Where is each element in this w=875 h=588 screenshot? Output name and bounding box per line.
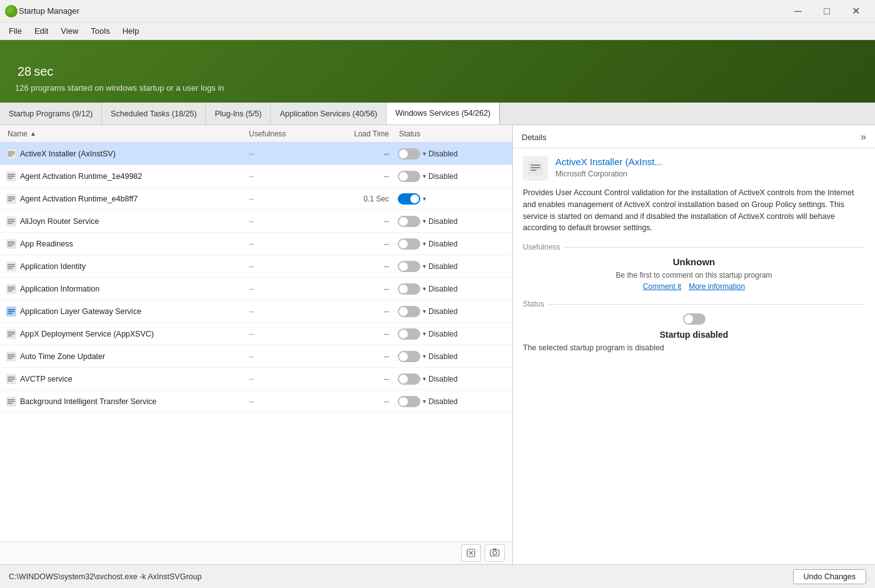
row-toggle[interactable] bbox=[398, 306, 420, 317]
toggle-arrow-icon[interactable]: ▾ bbox=[423, 398, 426, 405]
table-row[interactable]: ActiveX Installer (AxInstSV) -- -- ▾ Dis… bbox=[0, 143, 512, 165]
status-path: C:\WINDOWS\system32\svchost.exe -k AxIns… bbox=[9, 572, 201, 581]
toggle-arrow-icon[interactable]: ▾ bbox=[423, 195, 426, 202]
table-row[interactable]: Background Intelligent Transfer Service … bbox=[0, 390, 512, 413]
close-button[interactable]: ✕ bbox=[841, 0, 870, 23]
svg-rect-1 bbox=[8, 151, 15, 153]
table-row[interactable]: Application Layer Gateway Service -- -- … bbox=[0, 300, 512, 323]
table-row[interactable]: Agent Activation Runtime_e4b8ff7 -- 0.1 … bbox=[0, 188, 512, 210]
tab-startup-programs[interactable]: Startup Programs (9/12) bbox=[0, 103, 102, 124]
col-usefulness-header[interactable]: Usefulness bbox=[244, 129, 325, 138]
row-name: Agent Activation Runtime_1e49982 bbox=[20, 172, 244, 181]
details-content: ActiveX Installer (AxInst... Microsoft C… bbox=[513, 148, 875, 564]
row-toggle[interactable] bbox=[398, 193, 420, 205]
svg-rect-14 bbox=[8, 221, 15, 222]
row-loadtime: -- bbox=[325, 240, 394, 248]
row-action-btn-2[interactable] bbox=[485, 544, 505, 562]
comment-link[interactable]: Comment it bbox=[643, 282, 681, 291]
svg-rect-15 bbox=[8, 223, 13, 224]
row-toggle[interactable] bbox=[398, 373, 420, 385]
table-row[interactable]: Auto Time Zone Updater -- -- ▾ Disabled bbox=[0, 345, 512, 368]
table-row[interactable]: App Readiness -- -- ▾ Disabled bbox=[0, 233, 512, 255]
svg-rect-2 bbox=[8, 153, 15, 155]
toggle-arrow-icon[interactable]: ▾ bbox=[423, 285, 426, 292]
row-app-icon bbox=[3, 393, 20, 410]
row-name: Background Intelligent Transfer Service bbox=[20, 397, 244, 406]
svg-point-50 bbox=[493, 551, 497, 555]
svg-rect-17 bbox=[8, 241, 15, 243]
details-status-toggle[interactable] bbox=[683, 313, 706, 325]
row-usefulness: -- bbox=[244, 195, 325, 203]
row-toggle[interactable] bbox=[398, 328, 420, 340]
details-description: Provides User Account Control validation… bbox=[523, 187, 865, 234]
col-status-header[interactable]: Status bbox=[394, 129, 469, 138]
toggle-arrow-icon[interactable]: ▾ bbox=[423, 375, 426, 382]
row-toggle[interactable] bbox=[398, 216, 420, 227]
menu-edit[interactable]: Edit bbox=[28, 24, 54, 38]
tab-windows-services[interactable]: Windows Services (54/262) bbox=[387, 103, 500, 124]
row-toggle[interactable] bbox=[398, 351, 420, 362]
rows-container[interactable]: ActiveX Installer (AxInstSV) -- -- ▾ Dis… bbox=[0, 143, 512, 541]
row-toggle[interactable] bbox=[398, 396, 420, 407]
table-row[interactable]: Application Identity -- -- ▾ Disabled bbox=[0, 255, 512, 278]
toggle-arrow-icon[interactable]: ▾ bbox=[423, 173, 426, 180]
tab-plugins[interactable]: Plug-Ins (5/5) bbox=[206, 103, 271, 124]
menu-file[interactable]: File bbox=[3, 24, 28, 38]
maximize-button[interactable]: □ bbox=[812, 0, 841, 23]
row-status: ▾ bbox=[394, 193, 494, 205]
row-status: ▾ Disabled bbox=[394, 306, 494, 317]
table-row[interactable]: AppX Deployment Service (AppXSVC) -- -- … bbox=[0, 323, 512, 345]
row-status: ▾ Disabled bbox=[394, 351, 494, 362]
row-loadtime: -- bbox=[325, 330, 394, 338]
tab-scheduled-tasks[interactable]: Scheduled Tasks (18/25) bbox=[102, 103, 206, 124]
svg-rect-23 bbox=[8, 268, 13, 269]
menu-tools[interactable]: Tools bbox=[84, 24, 116, 38]
details-expand-icon[interactable]: » bbox=[861, 131, 866, 143]
toggle-arrow-icon[interactable]: ▾ bbox=[423, 330, 426, 337]
svg-rect-29 bbox=[8, 309, 15, 310]
undo-changes-button[interactable]: Undo Changes bbox=[793, 569, 866, 584]
table-row[interactable]: AVCTP service -- -- ▾ Disabled bbox=[0, 368, 512, 390]
status-bar: C:\WINDOWS\system32\svchost.exe -k AxIns… bbox=[0, 564, 875, 588]
toggle-arrow-icon[interactable]: ▾ bbox=[423, 150, 426, 157]
row-toggle[interactable] bbox=[398, 283, 420, 295]
toggle-arrow-icon[interactable]: ▾ bbox=[423, 240, 426, 247]
table-row[interactable]: Agent Activation Runtime_1e49982 -- -- ▾… bbox=[0, 165, 512, 188]
tab-application-services[interactable]: Application Services (40/56) bbox=[271, 103, 387, 124]
toggle-arrow-icon[interactable]: ▾ bbox=[423, 353, 426, 360]
col-name-header[interactable]: Name ▲ bbox=[0, 129, 244, 138]
title-bar: Startup Manager ─ □ ✕ bbox=[0, 0, 875, 23]
svg-rect-5 bbox=[8, 174, 15, 175]
row-toggle[interactable] bbox=[398, 148, 420, 160]
menu-view[interactable]: View bbox=[54, 24, 84, 38]
row-toggle[interactable] bbox=[398, 238, 420, 250]
app-logo-icon bbox=[5, 5, 18, 18]
row-loadtime: -- bbox=[325, 352, 394, 361]
row-app-icon bbox=[3, 370, 20, 388]
row-loadtime: -- bbox=[325, 397, 394, 406]
details-status-title: Startup disabled bbox=[523, 330, 865, 340]
row-toggle[interactable] bbox=[398, 171, 420, 182]
row-status: ▾ Disabled bbox=[394, 216, 494, 227]
row-name: Application Layer Gateway Service bbox=[20, 307, 244, 316]
table-row[interactable]: AllJoyn Router Service -- -- ▾ Disabled bbox=[0, 210, 512, 233]
menu-help[interactable]: Help bbox=[116, 24, 146, 38]
row-name: Application Identity bbox=[20, 262, 244, 271]
more-info-link[interactable]: More information bbox=[689, 282, 745, 291]
row-toggle[interactable] bbox=[398, 261, 420, 272]
table-row[interactable]: Application Information -- -- ▾ Disabled bbox=[0, 278, 512, 300]
row-app-icon bbox=[3, 145, 20, 163]
row-usefulness: -- bbox=[244, 172, 325, 181]
row-name: App Readiness bbox=[20, 240, 244, 248]
toggle-arrow-icon[interactable]: ▾ bbox=[423, 263, 426, 270]
row-usefulness: -- bbox=[244, 375, 325, 383]
banner: 28sec 126 programs started on windows st… bbox=[0, 40, 875, 103]
toggle-arrow-icon[interactable]: ▾ bbox=[423, 218, 426, 225]
col-loadtime-header[interactable]: Load Time bbox=[325, 129, 394, 138]
row-action-btn-1[interactable] bbox=[461, 544, 481, 562]
row-usefulness: -- bbox=[244, 150, 325, 158]
toggle-arrow-icon[interactable]: ▾ bbox=[423, 308, 426, 315]
minimize-button[interactable]: ─ bbox=[784, 0, 812, 23]
svg-rect-54 bbox=[530, 167, 540, 168]
row-status-text: Disabled bbox=[428, 150, 458, 158]
